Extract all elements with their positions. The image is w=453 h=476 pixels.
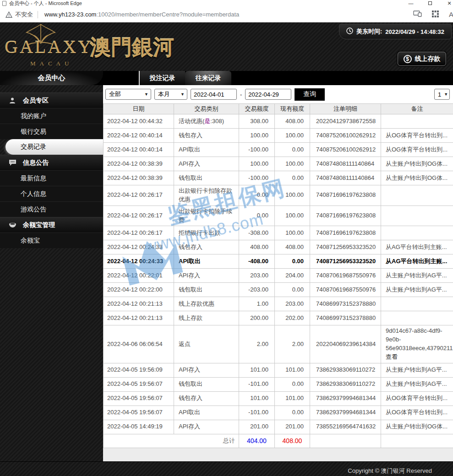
table-row: 2022-04-12 00:38:39钱包取出-100.000.00740874…: [104, 171, 453, 185]
close-button[interactable]: ✕: [447, 0, 452, 7]
cell-type: API存入: [174, 363, 239, 377]
cell-order: 740869973152378880: [310, 297, 381, 311]
maximize-button[interactable]: [427, 0, 433, 7]
cell-amount: 200.00: [239, 311, 275, 325]
table-row: 2022-04-12 00:22:00钱包取出-203.000.00740870…: [104, 283, 453, 297]
cell-date: 2022-04-05 19:56:09: [104, 363, 174, 377]
table-row: 2022-04-12 00:26:17拒绝银行卡出款-308.00100.007…: [104, 226, 453, 240]
sidebar-item-latest-news[interactable]: 最新信息: [0, 170, 103, 186]
url-text[interactable]: www.yh123-23.com:10020/member/memberCent…: [44, 11, 239, 18]
cell-balance: 100.00: [275, 206, 310, 226]
filter-bar: 全部▼ 本月▼ - 查询 1▼: [103, 85, 453, 103]
cell-amount: -100.00: [239, 143, 275, 157]
cell-order: 740874808111140864: [310, 157, 381, 171]
sidebar-section-title: 余额宝管理: [23, 221, 55, 229]
page-select[interactable]: 1▼: [434, 89, 450, 100]
cell-remark: [381, 297, 453, 311]
copyright-text: Copyright © 澳门银河 Reserved: [348, 467, 432, 476]
content-row: 会员专区 我的账户 银行交易 交易记录 信息公告 最新信息 个人信息 游戏公告: [0, 85, 453, 461]
table-row: 2022-04-12 00:44:32活动优惠(是:308)308.00408.…: [104, 114, 453, 129]
cell-amount: -308.00: [239, 226, 275, 240]
table-row: 2022-04-05 14:49:19API存入201.00201.007385…: [104, 420, 453, 434]
type-inline-link[interactable]: 是: [204, 118, 210, 124]
total-empty-remark: [381, 434, 453, 448]
site-footer: Copyright © 澳门银河 Reserved: [0, 461, 453, 476]
tab-transaction-records[interactable]: 往来记录: [185, 71, 231, 85]
cell-remark: 从OG体育平台转出到...: [381, 406, 453, 420]
send-to-device-icon[interactable]: [413, 11, 422, 18]
cell-amount: 101.00: [239, 363, 275, 377]
period-select[interactable]: 本月▼: [154, 89, 187, 100]
table-row: 2022-04-12 00:26:17出款银行卡扣除手续费0.00100.007…: [104, 206, 453, 226]
site-logo[interactable]: GALAXYTM MACAU 澳門銀河: [4, 22, 164, 71]
warning-icon: [5, 11, 12, 18]
date-from-input[interactable]: [191, 89, 237, 100]
cell-type: 线上存款优惠: [174, 297, 239, 311]
cell-date: 2022-04-12 00:44:32: [104, 114, 174, 129]
remark-view-link[interactable]: 查看: [386, 353, 449, 362]
table-row: 2022-04-05 19:56:07钱包存入101.00101.0073862…: [104, 391, 453, 406]
cell-amount: -408.00: [239, 254, 275, 269]
cell-balance: 0.00: [275, 143, 310, 157]
cell-remark: 从主账户转出到AG平...: [381, 377, 453, 391]
cell-order: 738629379994681344: [310, 406, 381, 420]
sidebar-item-bank-transactions[interactable]: 银行交易: [0, 124, 103, 139]
sidebar-item-yuebao[interactable]: 余额宝: [0, 233, 103, 248]
cell-date: 2022-04-05 19:56:07: [104, 391, 174, 406]
table-row: 2022-04-05 19:56:07钱包取出-101.000.00738629…: [104, 377, 453, 391]
cell-type: API取出: [174, 143, 239, 157]
date-to-input[interactable]: [245, 89, 291, 100]
sidebar-item-game-announcements[interactable]: 游戏公告: [0, 201, 103, 217]
cell-type: API存入: [174, 157, 239, 171]
header-amount: 交易额度: [239, 104, 275, 114]
cell-remark: 从OG体育平台转出到...: [381, 143, 453, 157]
cell-date: 2022-04-06 06:06:54: [104, 325, 174, 363]
chevron-down-icon: ▼: [444, 92, 448, 97]
cell-balance: 0.00: [275, 377, 310, 391]
cell-amount: -101.00: [239, 377, 275, 391]
cell-balance: 204.00: [275, 269, 310, 283]
cell-amount: 1.00: [239, 297, 275, 311]
sidebar-section-yuebao: 余额宝管理: [0, 217, 103, 233]
table-row: 2022-04-05 19:56:07API取出-101.000.0073862…: [104, 406, 453, 420]
sidebar-item-my-account[interactable]: 我的账户: [0, 108, 103, 124]
cell-balance: 100.00: [275, 185, 310, 206]
apps-grid-icon[interactable]: [432, 11, 439, 19]
cell-amount: -100.00: [239, 171, 275, 185]
cell-order: 740871696197623808: [310, 206, 381, 226]
query-button[interactable]: 查询: [295, 88, 325, 101]
sidebar-section-title: 信息公告: [23, 159, 49, 167]
chevron-down-icon: ▼: [180, 92, 185, 97]
logo-chinese-text: 澳門銀河: [90, 33, 174, 62]
cell-order: 738552169564741632: [310, 420, 381, 434]
cell-order: 740871256953323520: [310, 254, 381, 269]
total-label: 总计: [104, 434, 239, 448]
security-label[interactable]: 不安全: [15, 11, 33, 19]
main-content: 全部▼ 本月▼ - 查询 1▼: [103, 85, 453, 461]
cell-balance: 202.00: [275, 311, 310, 325]
profile-icon[interactable]: A: [449, 11, 453, 18]
cell-type: API取出: [174, 406, 239, 420]
cell-type: 出款银行卡扣除存款优惠: [174, 185, 239, 206]
addressbar-icons: A: [413, 11, 453, 19]
tab-bet-records[interactable]: 投注记录: [139, 71, 185, 85]
sidebar-item-personal-messages[interactable]: 个人信息: [0, 186, 103, 201]
sidebar-item-transaction-records[interactable]: 交易记录: [5, 139, 103, 155]
total-amount: 404.00: [239, 434, 275, 448]
cell-date: 2022-04-12 00:22:01: [104, 269, 174, 283]
time-value: 2022/04/29 - 14:48:32: [385, 28, 444, 35]
cell-remark: [381, 311, 453, 325]
table-row: 2022-04-12 00:24:33API取出-408.000.0074087…: [104, 254, 453, 269]
cell-balance: 101.00: [275, 363, 310, 377]
online-deposit-button[interactable]: $ 线上存款: [398, 52, 446, 66]
cell-order: 740874808111140864: [310, 171, 381, 185]
cell-amount: -101.00: [239, 406, 275, 420]
time-label: 美东时间:: [356, 27, 382, 36]
category-select[interactable]: 全部▼: [105, 89, 151, 100]
date-range-separator: -: [240, 91, 242, 98]
minimize-button[interactable]: —: [408, 0, 414, 7]
cell-order: 740871696197623808: [310, 185, 381, 206]
table-row: 2022-04-12 00:26:17出款银行卡扣除存款优惠0.00100.00…: [104, 185, 453, 206]
cell-balance: 100.00: [275, 226, 310, 240]
cell-date: 2022-04-12 00:21:13: [104, 297, 174, 311]
